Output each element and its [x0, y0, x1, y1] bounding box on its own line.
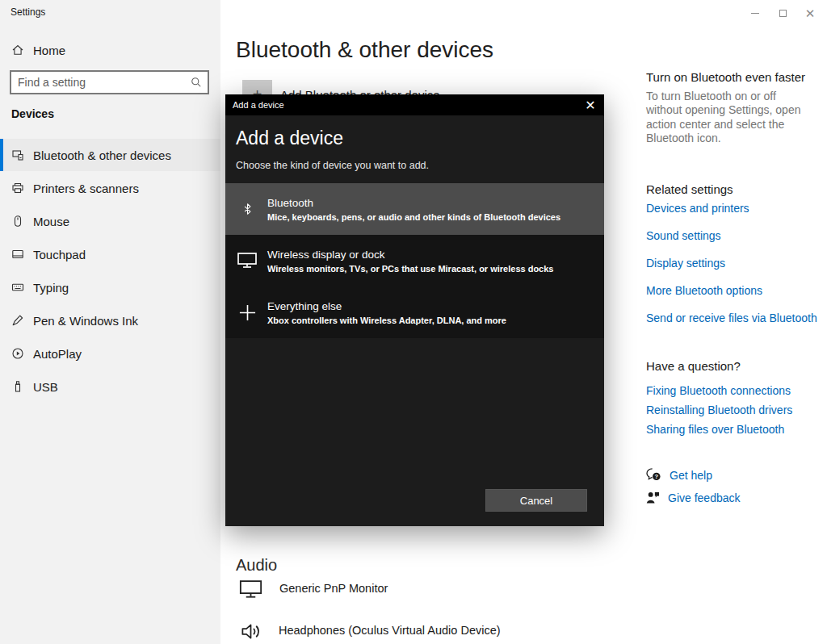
cancel-button[interactable]: Cancel	[485, 489, 587, 512]
sidebar-item-printers-scanners[interactable]: Printers & scanners	[0, 172, 220, 204]
related-settings-header: Related settings	[646, 182, 733, 196]
option-everything-else[interactable]: Everything else Xbox controllers with Wi…	[225, 286, 604, 338]
sidebar-item-autoplay[interactable]: AutoPlay	[0, 337, 220, 370]
monitor-icon	[237, 253, 258, 269]
sidebar-item-label: AutoPlay	[33, 347, 82, 361]
audio-section-header: Audio	[236, 556, 277, 575]
home-icon	[11, 44, 24, 56]
tip-body: To turn Bluetooth on or off without open…	[646, 90, 812, 146]
link-reinstalling-bluetooth-drivers[interactable]: Reinstalling Bluetooth drivers	[646, 404, 792, 416]
sidebar-item-bluetooth-other-devices[interactable]: Bluetooth & other devices	[0, 139, 220, 171]
plus-icon	[237, 303, 258, 322]
audio-device-row[interactable]: Generic PnP Monitor	[239, 580, 388, 599]
sidebar-item-typing[interactable]: Typing	[0, 271, 220, 303]
add-device-dialog: Add a device ✕ Add a device Choose the k…	[225, 94, 604, 526]
search-box	[10, 70, 209, 94]
sidebar-item-label: Touchpad	[33, 248, 86, 261]
audio-device-name: Generic PnP Monitor	[279, 582, 388, 595]
sidebar-item-label: USB	[33, 380, 58, 394]
sidebar-item-label: Bluetooth & other devices	[33, 148, 171, 162]
option-title: Wireless display or dock	[267, 249, 553, 261]
link-more-bluetooth-options[interactable]: More Bluetooth options	[646, 284, 762, 297]
option-description: Mice, keyboards, pens, or audio and othe…	[267, 212, 560, 222]
sidebar-item-usb[interactable]: USB	[0, 370, 220, 403]
audio-device-name: Headphones (Oculus Virtual Audio Device)	[279, 624, 501, 637]
option-bluetooth[interactable]: Bluetooth Mice, keyboards, pens, or audi…	[225, 183, 604, 235]
settings-window: ✕ Settings Home Devices Bluetooth & othe…	[0, 0, 827, 644]
close-icon: ✕	[805, 7, 816, 19]
minimize-icon	[751, 13, 759, 14]
sidebar-item-mouse[interactable]: Mouse	[0, 205, 220, 237]
maximize-button[interactable]	[769, 4, 796, 22]
bluetooth-icon	[237, 199, 258, 219]
option-description: Xbox controllers with Wireless Adapter, …	[267, 316, 506, 325]
sidebar-item-label: Home	[33, 44, 65, 57]
sidebar: Settings Home Devices Bluetooth & other …	[0, 0, 220, 644]
sidebar-item-pen-windows-ink[interactable]: Pen & Windows Ink	[0, 304, 220, 337]
svg-text:?: ?	[654, 473, 658, 480]
speaker-icon	[240, 621, 262, 642]
link-sharing-files-over-bluetooth[interactable]: Sharing files over Bluetooth	[646, 423, 784, 436]
close-button[interactable]: ✕	[796, 4, 824, 22]
window-controls: ✕	[741, 4, 824, 22]
sidebar-item-label: Printers & scanners	[33, 182, 139, 195]
pen-icon	[11, 314, 24, 327]
app-title: Settings	[10, 6, 45, 18]
sidebar-item-label: Pen & Windows Ink	[33, 314, 138, 328]
monitor-icon	[239, 580, 262, 599]
sidebar-section-header: Devices	[11, 107, 54, 120]
touchpad-icon	[11, 248, 24, 261]
link-fixing-bluetooth-connections[interactable]: Fixing Bluetooth connections	[646, 384, 791, 397]
minimize-button[interactable]	[741, 4, 769, 22]
keyboard-icon	[11, 281, 24, 294]
audio-device-row[interactable]: Headphones (Oculus Virtual Audio Device)	[240, 621, 501, 642]
bluetooth-devices-icon	[11, 148, 24, 161]
option-title: Bluetooth	[267, 197, 560, 209]
close-icon: ✕	[585, 98, 595, 113]
right-panel: Turn on Bluetooth even faster To turn Bl…	[646, 0, 820, 644]
option-wireless-display[interactable]: Wireless display or dock Wireless monito…	[225, 235, 604, 286]
give-feedback-icon	[646, 491, 660, 504]
device-type-list: Bluetooth Mice, keyboards, pens, or audi…	[225, 183, 604, 338]
link-send-receive-files[interactable]: Send or receive files via Bluetooth	[646, 312, 817, 324]
sidebar-item-label: Mouse	[33, 215, 69, 228]
sidebar-item-touchpad[interactable]: Touchpad	[0, 238, 220, 270]
give-feedback-label: Give feedback	[668, 491, 741, 504]
printer-icon	[11, 182, 24, 194]
give-feedback-link[interactable]: Give feedback	[646, 491, 741, 504]
dialog-subtitle: Choose the kind of device you want to ad…	[236, 160, 594, 171]
get-help-label: Get help	[670, 469, 712, 482]
link-devices-and-printers[interactable]: Devices and printers	[646, 202, 749, 215]
search-input[interactable]	[11, 76, 191, 89]
have-a-question-header: Have a question?	[646, 359, 741, 373]
usb-icon	[11, 380, 24, 393]
autoplay-icon	[11, 347, 24, 360]
dialog-heading: Add a device	[236, 128, 594, 149]
mouse-icon	[11, 215, 24, 228]
get-help-icon: ?	[646, 468, 661, 482]
option-title: Everything else	[267, 300, 506, 312]
search-icon[interactable]	[191, 77, 202, 88]
dialog-titlebar: Add a device ✕	[225, 94, 604, 115]
dialog-titlebar-text: Add a device	[225, 100, 577, 110]
page-title: Bluetooth & other devices	[236, 37, 493, 63]
dialog-close-button[interactable]: ✕	[577, 94, 604, 115]
dialog-header: Add a device Choose the kind of device y…	[225, 115, 604, 171]
link-sound-settings[interactable]: Sound settings	[646, 229, 721, 242]
get-help-link[interactable]: ? Get help	[646, 468, 712, 482]
sidebar-item-label: Typing	[33, 281, 69, 295]
maximize-icon	[779, 10, 787, 17]
sidebar-item-home[interactable]: Home	[0, 36, 220, 65]
link-display-settings[interactable]: Display settings	[646, 257, 725, 270]
tip-title: Turn on Bluetooth even faster	[646, 70, 805, 84]
option-description: Wireless monitors, TVs, or PCs that use …	[267, 264, 553, 274]
